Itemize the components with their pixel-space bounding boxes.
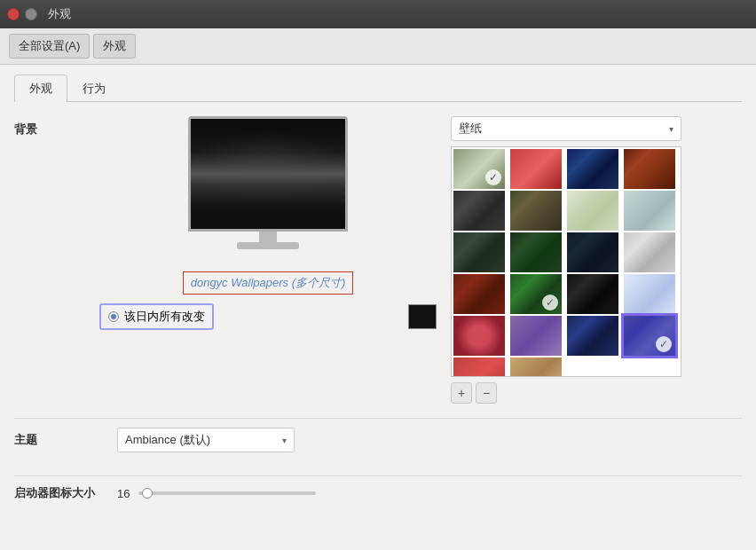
monitor-neck <box>259 232 277 242</box>
remove-wallpaper-button[interactable]: − <box>476 382 497 404</box>
tab-appearance[interactable]: 外观 <box>14 75 67 102</box>
launcher-size-value: 16 <box>117 487 130 500</box>
right-panel: 壁纸 ▾ ✓ <box>451 116 681 404</box>
wallpaper-thumb[interactable] <box>453 232 505 272</box>
launcher-label: 启动器图标大小 <box>14 485 103 501</box>
toolbar: 全部设置(A) 外观 <box>0 28 756 65</box>
close-button[interactable] <box>7 8 20 20</box>
minimize-button[interactable] <box>25 8 37 20</box>
theme-row: 主题 Ambiance (默认) ▾ <box>14 418 742 461</box>
wallpaper-thumb[interactable] <box>453 316 505 356</box>
wallpaper-thumb[interactable] <box>567 232 618 272</box>
tab-behavior[interactable]: 行为 <box>67 75 121 102</box>
background-label: 背景 <box>14 116 85 138</box>
wallpaper-thumb[interactable] <box>624 191 675 231</box>
wallpaper-thumb[interactable] <box>624 149 675 189</box>
left-panel: dongyc Wallpapers (多个尺寸) 该日内所有改变 <box>99 116 437 330</box>
wallpaper-thumb[interactable] <box>510 232 562 272</box>
radio-icon <box>108 311 119 322</box>
wallpaper-thumb[interactable] <box>567 149 618 189</box>
wallpaper-type-dropdown[interactable]: 壁纸 ▾ <box>451 116 681 141</box>
launcher-size-slider[interactable] <box>138 491 316 495</box>
color-swatch[interactable] <box>408 304 437 329</box>
wallpaper-thumb[interactable] <box>453 274 505 314</box>
wallpaper-grid: ✓ <box>452 147 681 377</box>
background-row: 背景 dongyc Wallpapers (多个尺寸 <box>14 116 742 404</box>
wallpaper-thumb[interactable]: ✓ <box>453 149 505 189</box>
theme-value: Ambiance (默认) <box>125 432 210 448</box>
titlebar: 外观 <box>0 0 756 28</box>
launcher-row: 启动器图标大小 16 <box>14 475 742 510</box>
theme-dropdown[interactable]: Ambiance (默认) ▾ <box>117 428 295 452</box>
wallpaper-thumb[interactable] <box>510 191 562 231</box>
window: 外观 全部设置(A) 外观 外观 行为 背景 <box>0 0 756 550</box>
wallpaper-thumb[interactable] <box>510 316 562 356</box>
grid-actions: + − <box>451 382 681 404</box>
wallpaper-thumb[interactable] <box>453 191 505 231</box>
add-wallpaper-button[interactable]: + <box>451 382 472 404</box>
wallpaper-link[interactable]: dongyc Wallpapers (多个尺寸) <box>183 271 354 295</box>
dropdown-arrow: ▾ <box>669 124 673 134</box>
wallpaper-thumb[interactable]: ✓ <box>510 274 562 314</box>
monitor-screen <box>188 116 348 232</box>
thumb-check-icon: ✓ <box>485 169 501 185</box>
launcher-size-row: 16 <box>117 487 316 500</box>
wallpaper-thumb[interactable] <box>567 191 618 231</box>
monitor-wallpaper <box>191 119 345 229</box>
theme-label: 主题 <box>14 432 103 448</box>
background-section: dongyc Wallpapers (多个尺寸) 该日内所有改变 <box>99 116 742 404</box>
theme-dropdown-arrow: ▾ <box>282 436 287 445</box>
wallpaper-grid-container[interactable]: ✓ <box>451 146 681 377</box>
radio-option[interactable]: 该日内所有改变 <box>99 303 214 330</box>
thumb-check-icon: ✓ <box>542 295 558 310</box>
wallpaper-thumb[interactable] <box>453 358 505 377</box>
appearance-button[interactable]: 外观 <box>93 34 136 59</box>
all-settings-button[interactable]: 全部设置(A) <box>9 34 90 59</box>
bottom-controls: 该日内所有改变 <box>99 303 437 330</box>
wallpaper-type-label: 壁纸 <box>459 121 482 137</box>
thumb-check-icon: ✓ <box>656 336 672 352</box>
wallpaper-thumb[interactable] <box>624 232 675 272</box>
wallpaper-thumb[interactable] <box>567 274 618 314</box>
main-content: 外观 行为 背景 <box>0 65 756 550</box>
window-title: 外观 <box>48 6 71 22</box>
tab-bar: 外观 行为 <box>14 74 742 102</box>
wallpaper-thumb-selected[interactable]: ✓ <box>624 316 675 356</box>
slider-thumb[interactable] <box>142 488 153 499</box>
radio-inner <box>111 314 116 319</box>
wallpaper-thumb[interactable] <box>567 316 618 356</box>
radio-label: 该日内所有改变 <box>124 309 205 325</box>
wallpaper-thumb[interactable] <box>624 274 675 314</box>
wallpaper-thumb[interactable] <box>510 149 562 189</box>
wallpaper-thumb[interactable] <box>510 358 562 377</box>
content-area: 背景 dongyc Wallpapers (多个尺寸 <box>14 116 742 541</box>
monitor-foot <box>237 242 299 249</box>
monitor-preview <box>170 116 366 263</box>
